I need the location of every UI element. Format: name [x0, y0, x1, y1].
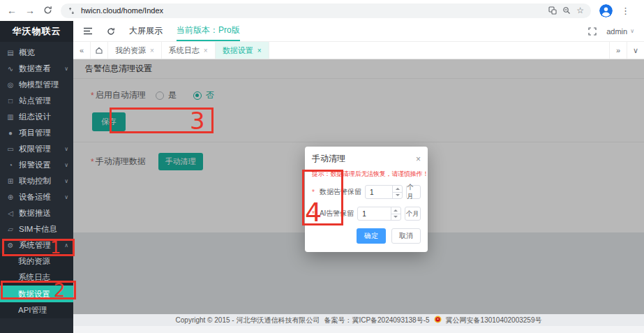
user-menu[interactable]: admin∨ — [606, 27, 634, 36]
ai-alarm-retention-value[interactable] — [358, 207, 390, 220]
sidebar-item-site-mgmt[interactable]: □站点管理 — [0, 93, 73, 109]
sidebar-item-label: 数据推送 — [19, 208, 68, 219]
fullscreen-icon[interactable] — [588, 27, 597, 36]
sidebar-item-label: 概览 — [19, 47, 68, 58]
sidebar-item-data-view[interactable]: ∿数据查看∨ — [0, 61, 73, 77]
sidebar-menu: ▤概览 ∿数据查看∨ ◎物模型管理 □站点管理 ▥组态设计 ●项目管理 ▭权限管… — [0, 45, 73, 253]
dialog-header: 手动清理 × — [312, 153, 421, 165]
sidebar-item-hmi-design[interactable]: ▥组态设计 — [0, 109, 73, 125]
sidebar-item-permission-mgmt[interactable]: ▭权限管理∨ — [0, 141, 73, 157]
close-icon[interactable]: × — [204, 47, 208, 54]
tabs-collapse-icon[interactable]: « — [73, 42, 91, 59]
confirm-button[interactable]: 确定 — [357, 228, 386, 244]
submenu-item-my-resources[interactable]: 我的资源 — [0, 253, 73, 269]
home-tab-icon[interactable] — [91, 42, 108, 59]
tab-label: 系统日志 — [169, 45, 200, 56]
sidebar-item-label: 数据查看 — [19, 64, 60, 74]
spinner-down-icon[interactable] — [393, 193, 402, 199]
copyright-text: Copyright © 2015 - 河北华沃通信科技有限公司 — [176, 316, 320, 325]
submenu-item-label: 我的资源 — [18, 256, 68, 267]
close-icon[interactable]: × — [150, 47, 154, 54]
cancel-button[interactable]: 取消 — [391, 228, 421, 244]
data-alarm-retention-input[interactable] — [365, 185, 403, 199]
submenu-item-label: API管理 — [18, 305, 68, 316]
tab-system-logs[interactable]: 系统日志× — [162, 42, 216, 59]
chevron-down-icon: ∨ — [64, 146, 68, 152]
sidebar-item-linkage-control[interactable]: ⊞联动控制∨ — [0, 173, 73, 189]
profile-avatar[interactable] — [599, 4, 613, 17]
tab-data-settings[interactable]: 数据设置× — [216, 42, 269, 59]
chevron-down-icon: ∨ — [64, 162, 68, 168]
browser-menu-icon[interactable]: ⋮ — [621, 6, 630, 16]
bottom-strip — [73, 326, 644, 333]
translate-icon[interactable] — [548, 6, 557, 15]
browser-back-icon[interactable]: ← — [7, 6, 17, 15]
stepper — [392, 186, 402, 198]
sidebar-item-data-push[interactable]: ◁数据推送 — [0, 205, 73, 221]
screen-demo-link[interactable]: 大屏展示 — [129, 25, 163, 37]
tabs-more-icon[interactable]: » — [609, 42, 627, 59]
ai-alarm-retention-input[interactable] — [357, 207, 400, 221]
spinner-up-icon[interactable] — [393, 186, 402, 193]
dialog-warning-text: 提示：数据清理后无法恢复，请谨慎操作！ — [312, 170, 421, 179]
zoom-icon[interactable] — [562, 6, 571, 15]
username: admin — [606, 27, 627, 36]
icp-number: 备案号：冀ICP备2024093138号-5 — [324, 316, 429, 325]
spinner-up-icon[interactable] — [391, 207, 400, 214]
required-mark: * — [312, 210, 315, 218]
submenu-item-label: 数据设置 — [18, 289, 68, 299]
page-refresh-icon[interactable] — [107, 27, 115, 36]
browser-refresh-icon[interactable] — [43, 6, 52, 16]
browser-toolbar: ← → hwicn.cloud/home/Index ☆ ⋮ — [0, 0, 644, 21]
submenu-item-system-logs[interactable]: 系统日志 — [0, 269, 73, 286]
sidebar-item-label: 项目管理 — [19, 128, 68, 138]
hmi-design-icon: ▥ — [6, 113, 15, 121]
site-info-icon[interactable] — [68, 7, 75, 15]
address-bar[interactable]: hwicn.cloud/home/Index ☆ — [61, 3, 591, 18]
site-icon: □ — [6, 97, 15, 105]
submenu-item-label: 系统日志 — [18, 272, 68, 283]
data-alarm-retention-value[interactable] — [366, 186, 392, 198]
tabs-actions-icon[interactable]: ∨ — [627, 42, 644, 59]
chevron-up-icon: ∧ — [64, 242, 68, 249]
sidebar-item-label: 物模型管理 — [19, 80, 68, 90]
browser-forward-icon[interactable]: → — [25, 6, 35, 15]
sim-card-icon: ▱ — [6, 225, 15, 233]
collapse-menu-icon[interactable] — [83, 27, 93, 35]
sidebar-item-thing-model[interactable]: ◎物模型管理 — [0, 77, 73, 93]
submenu-item-api-mgmt[interactable]: API管理 — [0, 302, 73, 318]
chevron-down-icon: ∨ — [64, 178, 68, 184]
chevron-down-icon: ∨ — [64, 66, 68, 72]
overview-icon: ▤ — [6, 49, 15, 57]
header-right: admin∨ — [588, 27, 634, 36]
tab-my-resources[interactable]: 我的资源× — [108, 42, 162, 59]
sidebar-item-alarm-settings[interactable]: ◔报警设置∨ — [0, 157, 73, 173]
data-alarm-retention-row: * 数据告警保留 个月 — [312, 185, 421, 199]
tabbar-right-controls: » ∨ — [609, 42, 644, 59]
permission-icon: ▭ — [6, 145, 15, 153]
bookmark-star-icon[interactable]: ☆ — [576, 6, 584, 15]
dialog-title: 手动清理 — [312, 153, 345, 165]
dialog-close-icon[interactable]: × — [416, 154, 421, 164]
police-record-number: 冀公网安备13010402003259号 — [446, 316, 542, 325]
chevron-down-icon: ∨ — [630, 28, 634, 34]
spinner-down-icon[interactable] — [391, 214, 400, 221]
sidebar-item-label: SIM卡信息 — [19, 224, 68, 235]
sidebar-item-overview[interactable]: ▤概览 — [0, 45, 73, 61]
app-header: 大屏展示 当前版本：Pro版 admin∨ — [73, 21, 644, 42]
sidebar-item-sim-info[interactable]: ▱SIM卡信息 — [0, 221, 73, 237]
ai-alarm-retention-label: AI告警保留 — [320, 209, 354, 219]
tab-label: 数据设置 — [223, 45, 253, 56]
sidebar-item-device-ops[interactable]: ⊕设备运维∨ — [0, 189, 73, 205]
url-text[interactable]: hwicn.cloud/home/Index — [81, 6, 543, 15]
police-badge-icon — [434, 316, 442, 325]
sidebar-item-label: 权限管理 — [19, 144, 60, 154]
ai-alarm-retention-row: * AI告警保留 个月 — [312, 207, 421, 221]
sidebar-item-project-mgmt[interactable]: ●项目管理 — [0, 125, 73, 141]
sidebar-item-system-mgmt[interactable]: ⚙系统管理∧ — [0, 237, 73, 253]
thing-model-icon: ◎ — [6, 81, 15, 89]
close-icon[interactable]: × — [257, 47, 262, 54]
submenu-item-data-settings[interactable]: 数据设置 — [0, 286, 73, 302]
data-push-icon: ◁ — [6, 209, 15, 217]
month-unit-label: 个月 — [405, 207, 421, 221]
